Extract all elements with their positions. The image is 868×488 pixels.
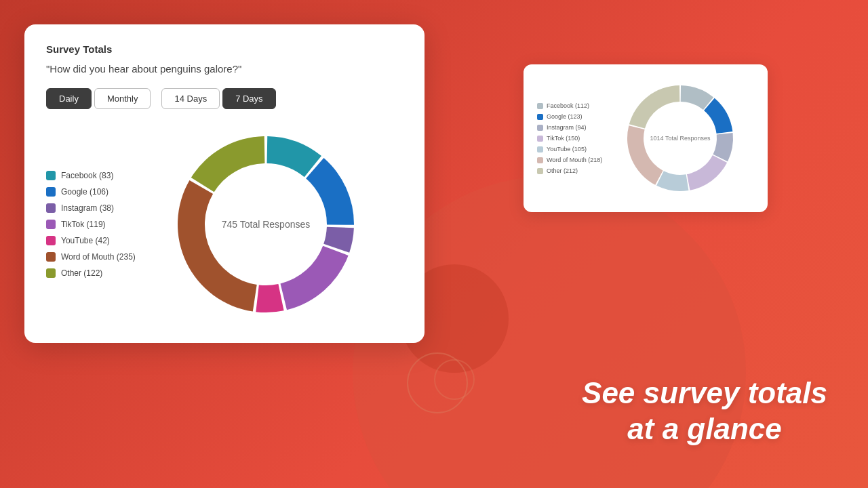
legend-item: Facebook (83) bbox=[46, 171, 148, 180]
monthly-button[interactable]: Monthly bbox=[94, 88, 151, 109]
seven-days-button[interactable]: 7 Days bbox=[222, 88, 275, 109]
legend: Facebook (83)Google (106)Instagram (38)T… bbox=[46, 171, 148, 278]
legend-color bbox=[46, 171, 56, 180]
secondary-legend-label: Facebook (112) bbox=[547, 102, 589, 109]
donut-chart: 745 Total Responses bbox=[164, 123, 368, 326]
legend-color bbox=[46, 203, 56, 213]
legend-label: Google (106) bbox=[61, 187, 108, 197]
secondary-legend-item: Instagram (94) bbox=[537, 124, 608, 131]
donut-svg bbox=[164, 123, 368, 326]
legend-color bbox=[46, 187, 56, 197]
chart-area: Facebook (83)Google (106)Instagram (38)T… bbox=[46, 123, 403, 326]
secondary-legend-item: Word of Mouth (218) bbox=[537, 157, 608, 163]
legend-color bbox=[46, 236, 56, 245]
secondary-legend-color bbox=[537, 168, 543, 174]
legend-item: Word of Mouth (235) bbox=[46, 252, 148, 262]
secondary-donut-svg bbox=[619, 77, 741, 199]
legend-item: YouTube (42) bbox=[46, 236, 148, 245]
legend-item: Other (122) bbox=[46, 268, 148, 278]
secondary-legend-color bbox=[537, 103, 543, 109]
legend-label: Facebook (83) bbox=[61, 171, 113, 180]
secondary-legend-color bbox=[537, 136, 543, 142]
legend-label: Word of Mouth (235) bbox=[61, 252, 136, 262]
legend-color bbox=[46, 268, 56, 278]
main-card: Survey Totals "How did you hear about pe… bbox=[24, 24, 425, 343]
legend-item: TikTok (119) bbox=[46, 220, 148, 229]
secondary-legend: Facebook (112)Google (123)Instagram (94)… bbox=[537, 102, 608, 174]
legend-label: YouTube (42) bbox=[61, 236, 110, 245]
secondary-legend-item: YouTube (105) bbox=[537, 146, 608, 152]
secondary-donut-chart: 1014 Total Responses bbox=[619, 77, 741, 199]
secondary-legend-item: Facebook (112) bbox=[537, 102, 608, 109]
secondary-legend-item: Other (212) bbox=[537, 167, 608, 174]
legend-item: Instagram (38) bbox=[46, 203, 148, 213]
secondary-legend-color bbox=[537, 114, 543, 120]
secondary-legend-label: TikTok (150) bbox=[547, 135, 580, 142]
tagline-line1: See survey totals bbox=[582, 375, 827, 411]
tagline: See survey totals at a glance bbox=[582, 375, 827, 447]
secondary-legend-item: TikTok (150) bbox=[537, 135, 608, 142]
card-title: Survey Totals bbox=[46, 43, 403, 55]
tagline-line2: at a glance bbox=[582, 411, 827, 447]
legend-item: Google (106) bbox=[46, 187, 148, 197]
secondary-legend-color bbox=[537, 125, 543, 131]
legend-color bbox=[46, 220, 56, 229]
secondary-legend-color bbox=[537, 146, 543, 152]
secondary-legend-label: Other (212) bbox=[547, 167, 578, 174]
secondary-legend-color bbox=[537, 157, 543, 163]
legend-color bbox=[46, 252, 56, 262]
secondary-legend-label: YouTube (105) bbox=[547, 146, 587, 152]
legend-label: TikTok (119) bbox=[61, 220, 106, 229]
daily-button[interactable]: Daily bbox=[46, 88, 92, 109]
secondary-legend-label: Word of Mouth (218) bbox=[547, 157, 602, 163]
secondary-legend-label: Instagram (94) bbox=[547, 124, 587, 131]
legend-label: Other (122) bbox=[61, 268, 102, 278]
legend-label: Instagram (38) bbox=[61, 203, 114, 213]
fourteen-days-button[interactable]: 14 Days bbox=[161, 88, 220, 109]
secondary-card: Facebook (112)Google (123)Instagram (94)… bbox=[524, 64, 768, 212]
secondary-legend-label: Google (123) bbox=[547, 113, 583, 120]
toggle-group: Daily Monthly 14 Days 7 Days bbox=[46, 88, 403, 109]
card-question: "How did you hear about penguins galore?… bbox=[46, 63, 403, 75]
deco-circle-4 bbox=[434, 359, 475, 400]
secondary-legend-item: Google (123) bbox=[537, 113, 608, 120]
